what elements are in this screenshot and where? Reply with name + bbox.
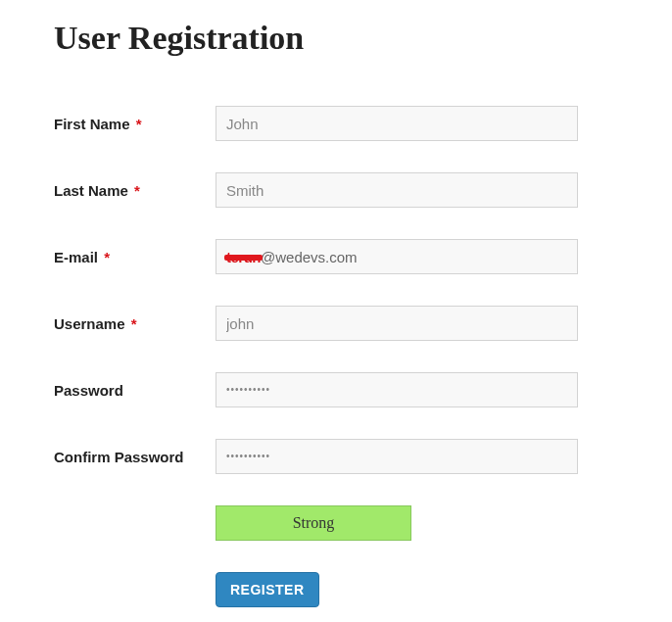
email-redacted-prefix: terun: [226, 249, 261, 265]
email-input[interactable]: terun @wedevs.com: [216, 239, 578, 274]
last-name-label: Last Name *: [54, 182, 216, 199]
password-label: Password: [54, 382, 216, 399]
email-label: E-mail *: [54, 249, 216, 265]
last-name-row: Last Name *: [54, 172, 672, 208]
password-strength-row: Strong: [216, 505, 672, 541]
username-input[interactable]: [216, 306, 578, 341]
required-star: *: [134, 182, 140, 199]
username-row: Username *: [54, 306, 672, 341]
username-label: Username *: [54, 315, 216, 332]
registration-form: First Name * Last Name * E-mail * terun …: [54, 106, 672, 607]
confirm-password-label: Confirm Password: [54, 449, 216, 465]
password-input[interactable]: ••••••••••: [216, 372, 578, 407]
required-star: *: [136, 116, 142, 132]
required-star: *: [104, 249, 110, 265]
first-name-input[interactable]: [216, 106, 578, 141]
required-star: *: [131, 315, 137, 332]
password-strength-badge: Strong: [216, 505, 411, 541]
email-row: E-mail * terun @wedevs.com: [54, 239, 672, 274]
email-suffix: @wedevs.com: [261, 249, 358, 265]
submit-row: REGISTER: [216, 572, 672, 607]
register-button[interactable]: REGISTER: [216, 572, 319, 607]
confirm-password-input[interactable]: ••••••••••: [216, 439, 578, 474]
last-name-input[interactable]: [216, 172, 578, 208]
first-name-label: First Name *: [54, 116, 216, 132]
page-title: User Registration: [54, 20, 672, 57]
confirm-password-row: Confirm Password ••••••••••: [54, 439, 672, 474]
first-name-row: First Name *: [54, 106, 672, 141]
password-row: Password ••••••••••: [54, 372, 672, 407]
